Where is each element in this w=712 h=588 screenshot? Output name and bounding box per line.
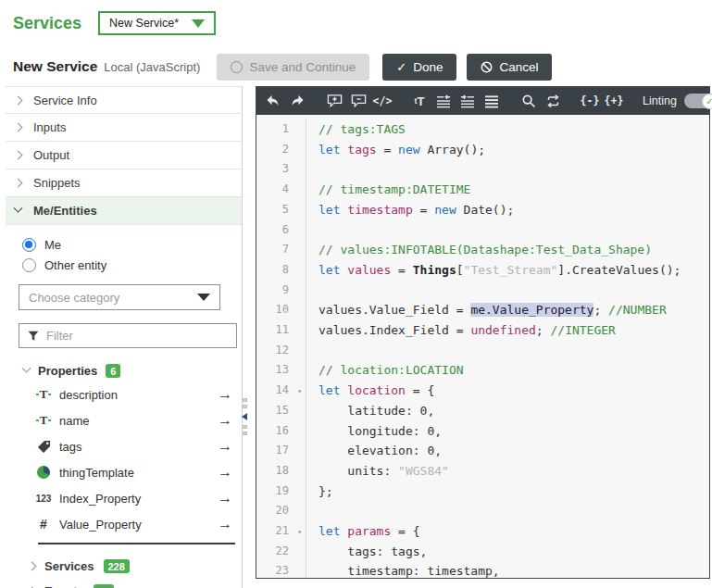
sidebar-item-output[interactable]: Output — [6, 142, 242, 169]
code-line[interactable]: 23 timestamp: timestamp, — [256, 561, 709, 578]
undo-icon[interactable] — [265, 91, 281, 111]
radio-other-entity[interactable]: Other entity — [22, 258, 242, 272]
code-line[interactable]: 11 values.Index_Field = undefined; //INT… — [256, 320, 709, 341]
code-line[interactable]: 1 // tags:TAGS — [256, 119, 709, 140]
code-line[interactable]: 2 let tags = new Array(); — [256, 140, 709, 160]
insert-arrow-icon[interactable]: → — [218, 517, 232, 532]
code-line[interactable]: 4 // timestamp:DATETIME — [256, 180, 709, 200]
chevron-down-icon — [22, 364, 31, 373]
service-selector-dropdown[interactable]: New Service* — [98, 11, 216, 35]
collapsed-sections: Services 228 Events 12 — [19, 554, 242, 588]
sidebar-item-snippets[interactable]: Snippets — [6, 169, 242, 197]
code-line[interactable]: 21▾ let params = { — [256, 521, 709, 542]
property-item-thingtemplate[interactable]: thingTemplate → — [19, 459, 242, 485]
code-line[interactable]: 15 latitude: 0, — [256, 401, 709, 421]
fold-arrow-icon: ▾ — [297, 522, 302, 543]
indent-decrease-icon[interactable] — [435, 91, 452, 111]
line-number: 3 — [256, 159, 306, 180]
indent-increase-icon[interactable] — [459, 91, 476, 111]
code-area[interactable]: 1 // tags:TAGS 2 let tags = new Array();… — [256, 115, 709, 578]
text-icon: T — [35, 387, 52, 402]
service-type: Local (JavaScript) — [104, 60, 200, 74]
sidebar-item-inputs[interactable]: Inputs — [6, 114, 242, 142]
filter-input[interactable] — [46, 329, 204, 343]
code-line[interactable]: 5 let timestamp = new Date(); — [256, 200, 709, 220]
property-item-name[interactable]: T name → — [19, 407, 242, 433]
code-line[interactable]: 22 tags: tags, — [256, 542, 709, 562]
sidebar-item-service-info[interactable]: Service Info — [6, 86, 242, 114]
sidebar-section-events[interactable]: Events 12 — [19, 579, 242, 588]
replace-icon[interactable] — [544, 91, 561, 111]
code-line[interactable]: 18 units: "WGS84" — [256, 461, 709, 482]
insert-arrow-icon[interactable]: → — [218, 465, 232, 480]
me-entities-panel: Me Other entity Choose category Properti… — [6, 225, 242, 588]
code-line[interactable]: 16 longitude: 0, — [256, 421, 709, 442]
insert-arrow-icon[interactable]: → — [218, 413, 232, 428]
line-number: 4 — [256, 180, 306, 200]
insert-arrow-icon[interactable]: → — [218, 387, 232, 402]
filter-funnel-icon — [28, 331, 39, 342]
code-line[interactable]: 3 — [256, 159, 709, 180]
remove-comment-icon[interactable] — [350, 91, 367, 111]
line-number: 11 — [256, 320, 306, 341]
linting-control: Linting ✓ — [643, 94, 712, 108]
code-line[interactable]: 7 // values:INFOTABLE(Datashape:Test_Dat… — [256, 240, 709, 260]
line-number: 5 — [256, 200, 306, 220]
number-123-icon: 123 — [35, 494, 52, 504]
code-editor: </> tT {-} {+} Linting — [256, 86, 710, 579]
properties-section-header[interactable]: Properties 6 — [23, 364, 242, 378]
fold-code-icon[interactable]: {-} — [581, 91, 598, 111]
redo-icon[interactable] — [289, 91, 306, 111]
sidebar-section-services[interactable]: Services 228 — [19, 554, 242, 579]
line-number: 19 — [256, 482, 306, 502]
done-button[interactable]: ✓ Done — [382, 54, 456, 81]
sidebar-item-me-entities[interactable]: Me/Entities — [6, 197, 242, 225]
sidebar: Service Info Inputs Output Snippets Me/E… — [6, 86, 243, 588]
panel-splitter-handle[interactable] — [239, 398, 250, 435]
linting-toggle[interactable]: ✓ — [684, 94, 712, 108]
tag-icon — [35, 440, 52, 454]
property-item-index-property[interactable]: 123 Index_Property → — [19, 485, 242, 511]
add-comment-icon[interactable] — [326, 91, 343, 111]
property-item-description[interactable]: T description → — [19, 382, 242, 407]
font-size-icon[interactable]: tT — [411, 91, 428, 111]
dropdown-arrow-icon — [192, 19, 205, 28]
line-number: 14▾ — [256, 381, 306, 401]
category-dropdown[interactable]: Choose category — [19, 284, 220, 310]
code-line[interactable]: 19 }; — [256, 482, 709, 502]
chevron-right-icon — [14, 123, 23, 132]
line-number: 22 — [256, 542, 306, 562]
code-line[interactable]: 9 — [256, 281, 709, 301]
filter-field[interactable] — [19, 323, 237, 348]
code-line[interactable]: 14▾ let location = { — [256, 381, 709, 401]
code-lines: 1 // tags:TAGS 2 let tags = new Array();… — [256, 119, 709, 578]
code-line[interactable]: 20 — [256, 501, 709, 521]
search-icon[interactable] — [520, 91, 537, 111]
code-line[interactable]: 6 — [256, 220, 709, 241]
code-line[interactable]: 17 elevation: 0, — [256, 441, 709, 461]
line-number: 12 — [256, 341, 306, 361]
count-badge: 228 — [104, 559, 130, 573]
code-line[interactable]: 10 values.Value_Field = me.Value_Propert… — [256, 300, 709, 320]
line-number: 20 — [256, 501, 306, 521]
cancel-button[interactable]: Cancel — [467, 54, 552, 81]
radio-me[interactable]: Me — [22, 238, 242, 252]
line-number: 13 — [256, 360, 306, 381]
chevron-right-icon — [14, 95, 23, 105]
property-item-value-property[interactable]: # Value_Property → — [19, 511, 242, 537]
code-line[interactable]: 12 — [256, 341, 709, 361]
format-lines-icon[interactable] — [483, 91, 500, 111]
save-and-continue-button[interactable]: Save and Continue — [217, 54, 369, 81]
property-item-tags[interactable]: tags → — [19, 433, 242, 459]
insert-arrow-icon[interactable]: → — [218, 439, 232, 454]
code-block-icon[interactable]: </> — [374, 91, 391, 111]
entity-radio-group: Me Other entity — [19, 238, 242, 272]
chevron-right-icon — [14, 179, 23, 188]
unfold-code-icon[interactable]: {+} — [606, 91, 622, 111]
insert-arrow-icon[interactable]: → — [218, 491, 232, 506]
code-line[interactable]: 13 // location:LOCATION — [256, 360, 709, 381]
code-line[interactable]: 8 let values = Things["Test_Stream"].Cre… — [256, 260, 709, 281]
text-icon: T — [35, 413, 52, 428]
service-name: New Service — [13, 58, 97, 75]
service-editor-page: Services New Service* New Service Local … — [0, 0, 712, 588]
